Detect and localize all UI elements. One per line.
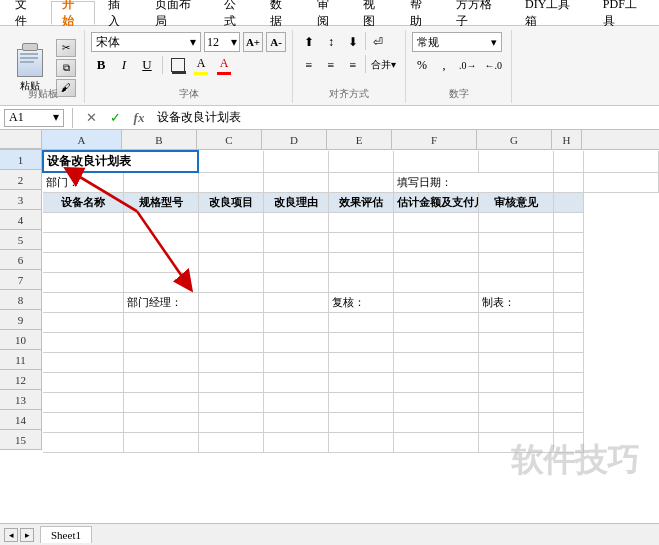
cell-15-D[interactable] [263, 432, 328, 452]
cell-1-C[interactable] [263, 151, 328, 172]
cell-5-H[interactable] [553, 232, 583, 252]
comma-button[interactable]: , [434, 55, 454, 75]
cell-14-H[interactable] [553, 412, 583, 432]
cell-6-F[interactable] [393, 252, 478, 272]
cell-6-D[interactable] [263, 252, 328, 272]
cell-10-E[interactable] [328, 332, 393, 352]
align-bottom-button[interactable]: ⬇ [343, 32, 363, 52]
cell-8-A[interactable] [43, 292, 123, 312]
align-left-button[interactable]: ≡ [299, 55, 319, 75]
cell-7-F[interactable] [393, 272, 478, 292]
cell-14-G[interactable] [478, 412, 553, 432]
cell-1-H[interactable] [583, 151, 659, 172]
cell-4-H[interactable] [553, 212, 583, 232]
font-size-decrease-button[interactable]: A- [266, 32, 286, 52]
cell-9-H[interactable] [553, 312, 583, 332]
col-header-C[interactable]: C [197, 130, 262, 149]
cell-3-G[interactable]: 审核意见 [478, 192, 553, 212]
sheet-prev-button[interactable]: ◂ [4, 528, 18, 542]
ribbon-tab-页面布局[interactable]: 页面布局 [144, 1, 211, 25]
cell-14-E[interactable] [328, 412, 393, 432]
formula-input[interactable] [153, 110, 655, 125]
ribbon-tab-视图[interactable]: 视图 [352, 1, 397, 25]
cell-14-A[interactable] [43, 412, 123, 432]
cell-8-C[interactable] [198, 292, 263, 312]
cell-5-E[interactable] [328, 232, 393, 252]
ribbon-tab-PDF工具[interactable]: PDF工具 [592, 1, 657, 25]
align-middle-button[interactable]: ↕ [321, 32, 341, 52]
row-header-14[interactable]: 14 [0, 410, 42, 430]
cell-3-D[interactable]: 改良理由 [263, 192, 328, 212]
align-right-button[interactable]: ≡ [343, 55, 363, 75]
col-header-E[interactable]: E [327, 130, 392, 149]
ribbon-tab-帮助[interactable]: 帮助 [399, 1, 444, 25]
cell-7-E[interactable] [328, 272, 393, 292]
row-header-6[interactable]: 6 [0, 250, 42, 270]
cell-5-F[interactable] [393, 232, 478, 252]
cell-12-C[interactable] [198, 372, 263, 392]
cell-15-H[interactable] [553, 432, 583, 452]
cell-3-E[interactable]: 效果评估 [328, 192, 393, 212]
cell-6-E[interactable] [328, 252, 393, 272]
bold-button[interactable]: B [91, 55, 111, 75]
decrease-decimal-button[interactable]: ←.0 [482, 55, 506, 75]
cell-7-H[interactable] [553, 272, 583, 292]
cell-2-G[interactable] [553, 172, 583, 192]
row-header-3[interactable]: 3 [0, 190, 42, 210]
fx-button[interactable]: fx [129, 109, 149, 127]
cell-9-B[interactable] [123, 312, 198, 332]
ribbon-tab-DIY工具箱[interactable]: DIY工具箱 [514, 1, 590, 25]
cell-6-G[interactable] [478, 252, 553, 272]
row-header-5[interactable]: 5 [0, 230, 42, 250]
cell-2-H[interactable] [583, 172, 659, 192]
ribbon-tab-插入[interactable]: 插入 [97, 1, 142, 25]
cell-1-A[interactable]: 设备改良计划表 [43, 151, 198, 172]
cell-7-A[interactable] [43, 272, 123, 292]
cell-3-H[interactable] [553, 192, 583, 212]
cell-7-G[interactable] [478, 272, 553, 292]
cell-10-D[interactable] [263, 332, 328, 352]
cell-9-D[interactable] [263, 312, 328, 332]
sheet-next-button[interactable]: ▸ [20, 528, 34, 542]
cell-3-B[interactable]: 规格型号 [123, 192, 198, 212]
fill-color-button[interactable]: A [191, 55, 211, 75]
font-size-increase-button[interactable]: A+ [243, 32, 263, 52]
cell-12-D[interactable] [263, 372, 328, 392]
merge-button[interactable]: 合并▾ [368, 55, 399, 75]
cell-5-D[interactable] [263, 232, 328, 252]
cell-2-F[interactable]: 填写日期： [393, 172, 553, 192]
confirm-button[interactable]: ✓ [105, 109, 125, 127]
col-header-F[interactable]: F [392, 130, 477, 149]
cell-12-B[interactable] [123, 372, 198, 392]
cell-9-E[interactable] [328, 312, 393, 332]
cell-11-A[interactable] [43, 352, 123, 372]
cell-8-D[interactable] [263, 292, 328, 312]
row-header-9[interactable]: 9 [0, 310, 42, 330]
cell-4-B[interactable] [123, 212, 198, 232]
cut-button[interactable]: ✂ [56, 39, 76, 57]
cell-6-C[interactable] [198, 252, 263, 272]
col-header-B[interactable]: B [122, 130, 197, 149]
align-center-button[interactable]: ≡ [321, 55, 341, 75]
ribbon-tab-审阅[interactable]: 审阅 [306, 1, 351, 25]
cell-9-A[interactable] [43, 312, 123, 332]
cell-13-G[interactable] [478, 392, 553, 412]
cell-12-A[interactable] [43, 372, 123, 392]
row-header-15[interactable]: 15 [0, 430, 42, 450]
cell-4-F[interactable] [393, 212, 478, 232]
cell-13-E[interactable] [328, 392, 393, 412]
col-header-G[interactable]: G [477, 130, 552, 149]
row-header-2[interactable]: 2 [0, 170, 42, 190]
cell-13-C[interactable] [198, 392, 263, 412]
cell-12-E[interactable] [328, 372, 393, 392]
cell-4-C[interactable] [198, 212, 263, 232]
cell-10-G[interactable] [478, 332, 553, 352]
cell-7-D[interactable] [263, 272, 328, 292]
cell-10-F[interactable] [393, 332, 478, 352]
cell-8-F[interactable] [393, 292, 478, 312]
cell-10-H[interactable] [553, 332, 583, 352]
cell-6-H[interactable] [553, 252, 583, 272]
font-name-dropdown-icon[interactable]: ▾ [190, 35, 196, 50]
cell-9-G[interactable] [478, 312, 553, 332]
cell-15-A[interactable] [43, 432, 123, 452]
